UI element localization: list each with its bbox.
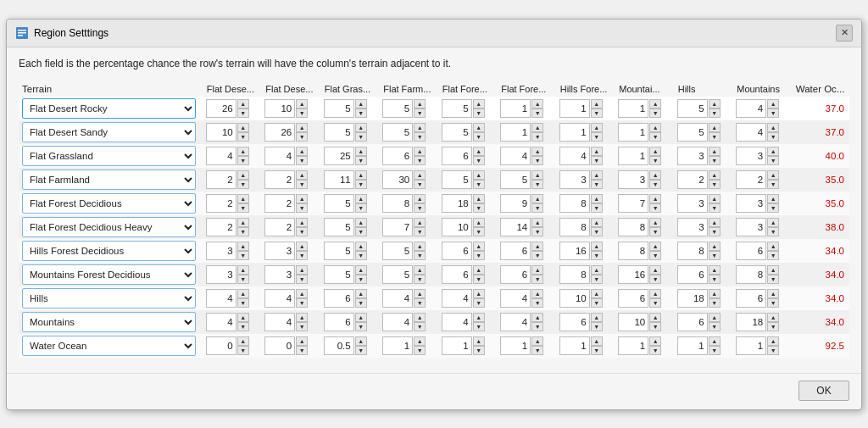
spinner-input-2-8[interactable] <box>677 147 708 165</box>
spinner-input-7-4[interactable] <box>442 265 472 284</box>
spinner-down-1-9[interactable]: ▼ <box>767 132 779 142</box>
spinner-up-1-2[interactable]: ▲ <box>355 123 367 132</box>
spinner-up-8-6[interactable]: ▲ <box>591 289 603 298</box>
spinner-up-6-9[interactable]: ▲ <box>767 242 779 251</box>
spinner-input-10-4[interactable] <box>442 336 472 355</box>
spinner-down-5-3[interactable]: ▼ <box>414 227 426 236</box>
spinner-down-3-4[interactable]: ▼ <box>473 180 485 189</box>
spinner-down-1-8[interactable]: ▼ <box>709 132 721 142</box>
spinner-up-5-8[interactable]: ▲ <box>709 218 721 227</box>
spinner-down-7-6[interactable]: ▼ <box>591 275 603 284</box>
spinner-down-4-1[interactable]: ▼ <box>296 203 308 213</box>
spinner-up-6-2[interactable]: ▲ <box>355 242 367 251</box>
terrain-select-1[interactable]: Flat Desert Sandy <box>22 122 196 142</box>
spinner-input-2-0[interactable] <box>206 147 236 165</box>
spinner-down-6-7[interactable]: ▼ <box>649 251 661 260</box>
spinner-up-8-0[interactable]: ▲ <box>237 289 249 298</box>
spinner-input-6-6[interactable] <box>559 242 590 260</box>
spinner-down-3-5[interactable]: ▼ <box>531 180 543 189</box>
spinner-down-5-5[interactable]: ▼ <box>531 227 543 236</box>
spinner-down-4-0[interactable]: ▼ <box>237 203 249 213</box>
spinner-input-0-7[interactable] <box>618 99 648 118</box>
spinner-down-10-9[interactable]: ▼ <box>767 346 779 355</box>
spinner-up-4-9[interactable]: ▲ <box>767 194 779 203</box>
spinner-input-8-8[interactable] <box>677 289 708 308</box>
spinner-up-0-1[interactable]: ▲ <box>296 99 308 108</box>
spinner-up-7-2[interactable]: ▲ <box>355 265 367 275</box>
terrain-select-9[interactable]: Mountains <box>22 312 196 332</box>
spinner-down-0-6[interactable]: ▼ <box>591 108 603 118</box>
spinner-up-4-4[interactable]: ▲ <box>473 194 485 203</box>
spinner-up-5-7[interactable]: ▲ <box>649 218 661 227</box>
spinner-down-0-5[interactable]: ▼ <box>531 108 543 118</box>
spinner-up-9-4[interactable]: ▲ <box>473 313 485 322</box>
spinner-input-9-0[interactable] <box>206 313 236 331</box>
spinner-up-2-8[interactable]: ▲ <box>709 147 721 156</box>
spinner-input-6-2[interactable] <box>324 242 354 260</box>
spinner-down-2-0[interactable]: ▼ <box>237 156 249 165</box>
spinner-up-8-4[interactable]: ▲ <box>473 289 485 298</box>
spinner-input-6-4[interactable] <box>442 242 472 260</box>
spinner-up-4-0[interactable]: ▲ <box>237 194 249 203</box>
spinner-down-0-4[interactable]: ▼ <box>473 108 485 118</box>
spinner-input-3-5[interactable] <box>500 170 531 189</box>
spinner-up-7-5[interactable]: ▲ <box>531 265 543 275</box>
spinner-up-5-2[interactable]: ▲ <box>355 218 367 227</box>
spinner-input-6-1[interactable] <box>264 242 295 260</box>
spinner-up-3-1[interactable]: ▲ <box>296 170 308 180</box>
spinner-input-1-8[interactable] <box>677 123 708 142</box>
spinner-up-9-6[interactable]: ▲ <box>591 313 603 322</box>
spinner-input-7-1[interactable] <box>264 265 295 284</box>
spinner-down-2-9[interactable]: ▼ <box>767 156 779 165</box>
spinner-down-8-7[interactable]: ▼ <box>649 298 661 308</box>
spinner-up-0-6[interactable]: ▲ <box>591 99 603 108</box>
spinner-up-8-5[interactable]: ▲ <box>531 289 543 298</box>
spinner-up-5-4[interactable]: ▲ <box>473 218 485 227</box>
spinner-input-1-2[interactable] <box>324 123 354 142</box>
spinner-input-5-8[interactable] <box>677 218 708 236</box>
spinner-down-2-6[interactable]: ▼ <box>591 156 603 165</box>
spinner-input-6-0[interactable] <box>206 242 236 260</box>
terrain-select-5[interactable]: Flat Forest Decidious Heavy <box>22 217 196 237</box>
spinner-input-9-7[interactable] <box>618 313 648 331</box>
ok-button[interactable]: OK <box>798 381 849 401</box>
spinner-input-1-6[interactable] <box>559 123 590 142</box>
spinner-up-3-6[interactable]: ▲ <box>591 170 603 180</box>
spinner-input-6-5[interactable] <box>500 242 531 260</box>
spinner-input-6-9[interactable] <box>736 242 766 260</box>
spinner-down-10-1[interactable]: ▼ <box>296 346 308 355</box>
spinner-up-10-6[interactable]: ▲ <box>591 336 603 346</box>
spinner-down-8-5[interactable]: ▼ <box>531 298 543 308</box>
spinner-down-5-6[interactable]: ▼ <box>591 227 603 236</box>
spinner-down-7-9[interactable]: ▼ <box>767 275 779 284</box>
spinner-up-4-3[interactable]: ▲ <box>414 194 426 203</box>
spinner-input-0-4[interactable] <box>442 99 472 118</box>
spinner-up-7-7[interactable]: ▲ <box>649 265 661 275</box>
spinner-input-7-9[interactable] <box>736 265 766 284</box>
spinner-input-4-2[interactable] <box>324 194 354 213</box>
spinner-down-1-3[interactable]: ▼ <box>414 132 426 142</box>
spinner-input-4-7[interactable] <box>618 194 648 213</box>
spinner-down-9-7[interactable]: ▼ <box>649 322 661 331</box>
spinner-up-2-4[interactable]: ▲ <box>473 147 485 156</box>
spinner-input-10-3[interactable] <box>382 336 413 355</box>
spinner-down-9-1[interactable]: ▼ <box>296 322 308 331</box>
spinner-input-9-2[interactable] <box>324 313 354 331</box>
spinner-input-9-9[interactable] <box>736 313 766 331</box>
spinner-down-1-6[interactable]: ▼ <box>591 132 603 142</box>
spinner-input-5-7[interactable] <box>618 218 648 236</box>
spinner-input-1-9[interactable] <box>736 123 766 142</box>
spinner-up-2-0[interactable]: ▲ <box>237 147 249 156</box>
spinner-up-1-5[interactable]: ▲ <box>531 123 543 132</box>
spinner-down-1-1[interactable]: ▼ <box>296 132 308 142</box>
spinner-down-10-4[interactable]: ▼ <box>473 346 485 355</box>
spinner-up-0-0[interactable]: ▲ <box>237 99 249 108</box>
spinner-up-8-3[interactable]: ▲ <box>414 289 426 298</box>
spinner-down-6-8[interactable]: ▼ <box>709 251 721 260</box>
spinner-input-9-5[interactable] <box>500 313 531 331</box>
spinner-down-4-6[interactable]: ▼ <box>591 203 603 213</box>
spinner-up-1-8[interactable]: ▲ <box>709 123 721 132</box>
spinner-down-7-8[interactable]: ▼ <box>709 275 721 284</box>
spinner-down-3-2[interactable]: ▼ <box>355 180 367 189</box>
spinner-input-3-7[interactable] <box>618 170 648 189</box>
